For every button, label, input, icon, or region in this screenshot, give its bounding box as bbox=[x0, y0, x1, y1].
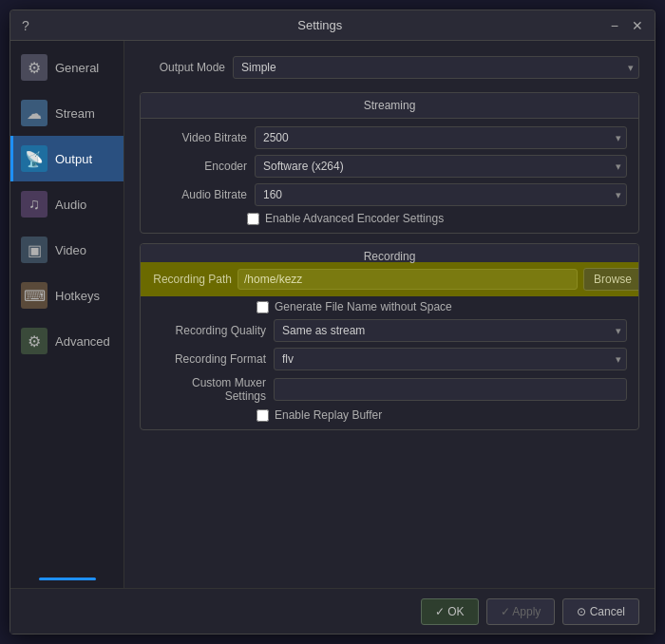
browse-button[interactable]: Browse bbox=[583, 268, 639, 291]
video-icon: ▣ bbox=[21, 237, 48, 263]
enable-advanced-encoder-row: Enable Advanced Encoder Settings bbox=[152, 212, 627, 225]
recording-format-label: Recording Format bbox=[152, 352, 266, 366]
enable-replay-checkbox[interactable] bbox=[256, 409, 269, 422]
video-bitrate-row: Video Bitrate 2500 3000 4000 5000 bbox=[152, 126, 627, 149]
recording-body: Generate File Name without Space Recordi… bbox=[141, 296, 638, 429]
content-panel: Output Mode Simple Advanced Streaming Vi… bbox=[124, 41, 655, 588]
streaming-body: Video Bitrate 2500 3000 4000 5000 E bbox=[141, 119, 638, 233]
apply-button[interactable]: ✓ Apply bbox=[486, 598, 556, 625]
custom-muxer-input[interactable] bbox=[274, 378, 627, 401]
dialog-body: ⚙ General ☁ Stream 📡 Output ♫ Audio ▣ Vi… bbox=[10, 41, 655, 588]
sidebar-indicator bbox=[39, 578, 96, 580]
output-mode-select-wrapper[interactable]: Simple Advanced bbox=[233, 56, 639, 79]
sidebar-label-video: Video bbox=[55, 243, 86, 257]
encoder-select-wrapper[interactable]: Software (x264) Hardware (NVENC) bbox=[255, 155, 627, 178]
recording-format-select-wrapper[interactable]: flv mp4 mov mkv bbox=[274, 348, 627, 370]
titlebar-left: ? bbox=[18, 16, 33, 35]
recording-format-select[interactable]: flv mp4 mov mkv bbox=[274, 348, 627, 370]
sidebar-label-general: General bbox=[55, 61, 99, 75]
enable-advanced-encoder-checkbox[interactable] bbox=[247, 213, 259, 225]
streaming-section: Streaming Video Bitrate 2500 3000 4000 5… bbox=[140, 92, 639, 234]
generate-filename-label: Generate File Name without Space bbox=[275, 300, 452, 313]
sidebar-item-general[interactable]: ⚙ General bbox=[10, 45, 124, 90]
close-icon[interactable]: ✕ bbox=[628, 16, 647, 35]
encoder-select[interactable]: Software (x264) Hardware (NVENC) bbox=[255, 155, 627, 178]
cancel-button[interactable]: ⊙ Cancel bbox=[562, 598, 639, 625]
titlebar-actions: − ✕ bbox=[607, 16, 647, 35]
advanced-icon: ⚙ bbox=[21, 328, 48, 354]
output-mode-select[interactable]: Simple Advanced bbox=[233, 56, 639, 79]
audio-bitrate-label: Audio Bitrate bbox=[152, 188, 247, 201]
sidebar-label-stream: Stream bbox=[55, 106, 95, 121]
sidebar-item-hotkeys[interactable]: ⌨ Hotkeys bbox=[10, 273, 124, 318]
titlebar: ? Settings − ✕ bbox=[10, 10, 655, 41]
output-icon: 📡 bbox=[21, 145, 48, 172]
general-icon: ⚙ bbox=[21, 54, 48, 81]
enable-replay-label: Enable Replay Buffer bbox=[275, 408, 382, 422]
recording-quality-select[interactable]: Same as stream High Quality, Medium File… bbox=[274, 319, 627, 342]
sidebar-item-audio[interactable]: ♫ Audio bbox=[10, 181, 124, 227]
stream-icon: ☁ bbox=[21, 100, 48, 126]
generate-filename-row: Generate File Name without Space bbox=[152, 300, 627, 313]
sidebar-item-video[interactable]: ▣ Video bbox=[10, 227, 124, 273]
sidebar-label-hotkeys: Hotkeys bbox=[55, 289, 100, 303]
ok-button[interactable]: ✓ OK bbox=[421, 598, 479, 625]
hotkeys-icon: ⌨ bbox=[21, 282, 48, 309]
custom-muxer-row: Custom Muxer Settings bbox=[152, 376, 627, 403]
minimize-icon[interactable]: − bbox=[607, 16, 622, 35]
sidebar-item-advanced[interactable]: ⚙ Advanced bbox=[10, 318, 124, 364]
video-bitrate-label: Video Bitrate bbox=[152, 131, 247, 144]
help-icon[interactable]: ? bbox=[18, 16, 33, 35]
sidebar-label-advanced: Advanced bbox=[55, 334, 110, 349]
recording-section: Recording Recording Path Browse Generate… bbox=[140, 243, 639, 430]
sidebar: ⚙ General ☁ Stream 📡 Output ♫ Audio ▣ Vi… bbox=[10, 41, 124, 588]
dialog-footer: ✓ OK ✓ Apply ⊙ Cancel bbox=[10, 588, 655, 634]
sidebar-item-output[interactable]: 📡 Output bbox=[10, 136, 124, 181]
recording-quality-label: Recording Quality bbox=[152, 324, 266, 337]
output-mode-row: Output Mode Simple Advanced bbox=[140, 56, 639, 79]
audio-bitrate-select[interactable]: 128 160 192 320 bbox=[255, 183, 627, 206]
recording-path-row: Recording Path Browse bbox=[140, 262, 639, 296]
encoder-row: Encoder Software (x264) Hardware (NVENC) bbox=[152, 155, 627, 178]
sidebar-label-audio: Audio bbox=[55, 198, 86, 212]
audio-bitrate-select-wrapper[interactable]: 128 160 192 320 bbox=[255, 183, 627, 206]
recording-path-input[interactable] bbox=[238, 269, 578, 290]
video-bitrate-select-wrapper[interactable]: 2500 3000 4000 5000 bbox=[255, 126, 627, 149]
encoder-label: Encoder bbox=[152, 160, 247, 173]
audio-bitrate-row: Audio Bitrate 128 160 192 320 bbox=[152, 183, 627, 206]
sidebar-item-stream[interactable]: ☁ Stream bbox=[10, 90, 124, 136]
generate-filename-checkbox[interactable] bbox=[256, 301, 269, 313]
output-mode-label: Output Mode bbox=[140, 61, 225, 74]
enable-replay-row: Enable Replay Buffer bbox=[152, 408, 627, 422]
recording-quality-row: Recording Quality Same as stream High Qu… bbox=[152, 319, 627, 342]
recording-quality-select-wrapper[interactable]: Same as stream High Quality, Medium File… bbox=[274, 319, 627, 342]
video-bitrate-select[interactable]: 2500 3000 4000 5000 bbox=[255, 126, 627, 149]
recording-path-label: Recording Path bbox=[140, 273, 232, 286]
streaming-header: Streaming bbox=[141, 93, 638, 119]
enable-advanced-encoder-label: Enable Advanced Encoder Settings bbox=[265, 212, 444, 225]
recording-format-row: Recording Format flv mp4 mov mkv bbox=[152, 348, 627, 370]
sidebar-bottom bbox=[10, 570, 124, 588]
settings-dialog: ? Settings − ✕ ⚙ General ☁ Stream 📡 Outp… bbox=[10, 9, 656, 635]
sidebar-label-output: Output bbox=[55, 152, 92, 166]
custom-muxer-label: Custom Muxer Settings bbox=[152, 376, 266, 403]
audio-icon: ♫ bbox=[21, 191, 48, 218]
dialog-title: Settings bbox=[33, 18, 607, 32]
